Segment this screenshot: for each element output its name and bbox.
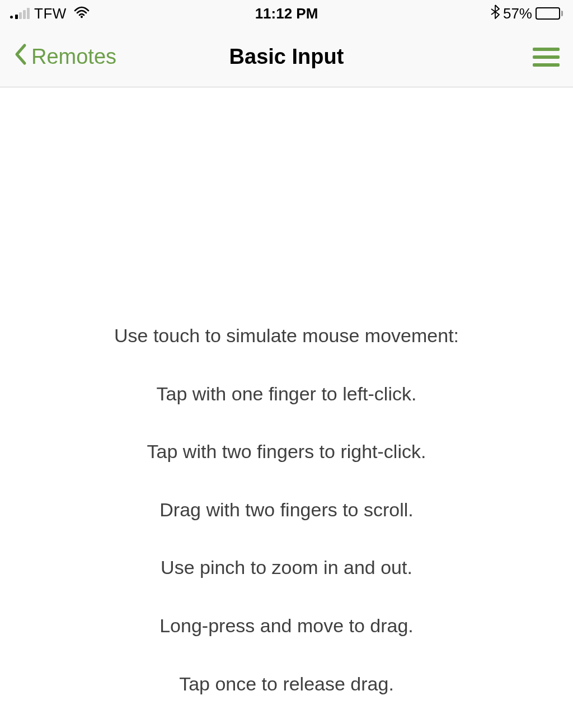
- instruction-line: Tap once to release drag.: [0, 671, 573, 698]
- carrier-label: TFW: [34, 5, 67, 22]
- battery-percent: 57%: [503, 5, 532, 22]
- navigation-bar: Remotes Basic Input: [0, 27, 573, 87]
- back-label: Remotes: [31, 45, 116, 69]
- cellular-signal-icon: [10, 8, 30, 19]
- trackpad-area[interactable]: Use touch to simulate mouse movement: Ta…: [0, 87, 573, 697]
- hamburger-icon: [533, 48, 560, 51]
- instruction-line: Long-press and move to drag.: [0, 613, 573, 640]
- instruction-line: Drag with two fingers to scroll.: [0, 497, 573, 524]
- bluetooth-icon: [491, 4, 500, 23]
- status-right: 57%: [491, 4, 563, 23]
- status-bar: TFW 11:12 PM 57%: [0, 0, 573, 27]
- chevron-left-icon: [13, 43, 27, 71]
- instruction-line: Tap with two fingers to right-click.: [0, 438, 573, 465]
- instruction-line: Use pinch to zoom in and out.: [0, 554, 573, 581]
- menu-button[interactable]: [533, 48, 560, 67]
- page-title: Basic Input: [229, 45, 344, 69]
- back-button[interactable]: Remotes: [13, 43, 116, 71]
- status-time: 11:12 PM: [255, 5, 318, 22]
- wifi-icon: [73, 5, 90, 22]
- svg-point-0: [81, 16, 83, 18]
- instruction-line: Tap with one finger to left-click.: [0, 381, 573, 408]
- battery-icon: [536, 7, 563, 20]
- instruction-line: Use touch to simulate mouse movement:: [0, 323, 573, 349]
- status-left: TFW: [10, 5, 90, 22]
